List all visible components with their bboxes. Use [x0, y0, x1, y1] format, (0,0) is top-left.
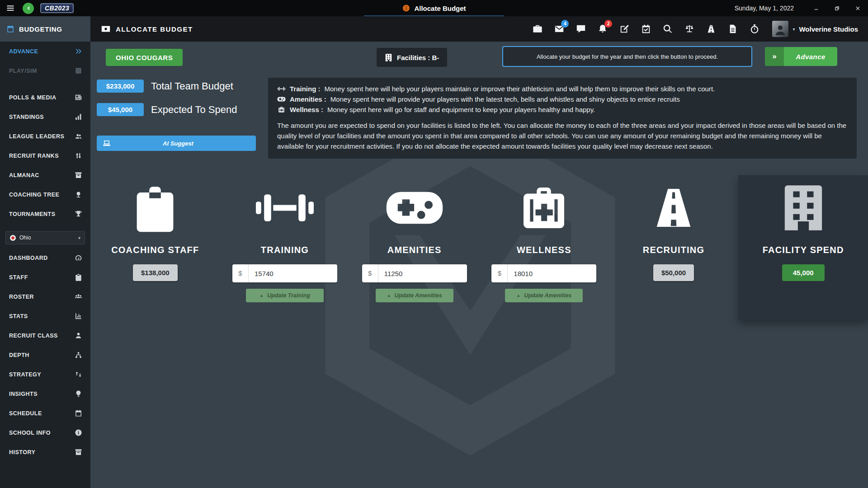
info-panel: Training : Money spent here will help yo… [268, 78, 857, 159]
tree-icon [75, 191, 82, 198]
currency-symbol: $ [232, 264, 249, 282]
category-wellness: WELLNESS $ ▲ Update Amenities [479, 175, 609, 320]
sidebar-item-schedule[interactable]: SCHEDULE [0, 404, 90, 423]
laptop-icon [102, 139, 111, 147]
sidebar-item-almanac[interactable]: ALMANAC [0, 165, 90, 185]
double-chevron-right-icon [75, 47, 82, 55]
minimize-button[interactable] [806, 0, 826, 16]
category-label: TRAINING [261, 245, 309, 255]
sidebar: BUDGETING ADVANCE PLAY/SIM POLLS & MEDIA… [0, 16, 90, 488]
briefcase-icon[interactable] [531, 23, 543, 35]
training-amount-input[interactable] [249, 270, 337, 277]
sidebar-item-league-leaders[interactable]: LEAGUE LEADERS [0, 127, 90, 146]
caret-up-icon: ▲ [516, 293, 520, 298]
mail-icon[interactable]: 4 [553, 23, 565, 35]
calendar-check-icon[interactable] [640, 23, 652, 35]
category-recruiting: RECRUITING $50,000 [609, 175, 739, 320]
main-content: OHIO COUGARS Facilities : B- Allocate yo… [90, 42, 868, 488]
info-line-training: Training : Money spent here will help yo… [277, 84, 848, 94]
notifications-bell-icon[interactable]: 2 [596, 23, 609, 35]
sidebar-item-standings[interactable]: STANDINGS [0, 107, 90, 127]
clipboard-icon [132, 183, 178, 233]
search-icon[interactable] [661, 23, 674, 35]
gamepad-icon [385, 187, 444, 229]
chevron-down-icon: ▾ [793, 27, 795, 32]
sidebar-divider [0, 80, 90, 88]
team-select[interactable]: Ohio ▾ [5, 231, 85, 244]
sidebar-item-staff[interactable]: STAFF [0, 267, 90, 287]
calendar-icon [6, 25, 14, 33]
medkit-icon [277, 106, 286, 113]
up-down-arrows-icon [75, 371, 82, 378]
maximize-button[interactable] [826, 0, 847, 16]
advance-button[interactable]: » Advance [765, 47, 837, 66]
facilities-grade-button[interactable]: Facilities : B- [377, 48, 447, 67]
chevron-down-icon: ▾ [78, 235, 80, 240]
update-wellness-button[interactable]: ▲ Update Amenities [505, 289, 583, 302]
user-menu[interactable]: ▾ Wolverine Studios [772, 21, 858, 37]
wellness-amount-input[interactable] [508, 270, 596, 277]
compose-icon[interactable] [618, 23, 630, 35]
category-label: FACILITY SPEND [763, 245, 844, 255]
toolbar: 4 2 [531, 23, 760, 35]
update-training-button[interactable]: ▲ Update Training [246, 289, 324, 302]
hamburger-menu-button[interactable] [5, 2, 16, 14]
sidebar-item-recruit-ranks[interactable]: RECRUIT RANKS [0, 146, 90, 165]
sidebar-item-play-sim[interactable]: PLAY/SIM [0, 61, 90, 80]
amenities-amount-input[interactable] [378, 270, 467, 277]
sidebar-item-dashboard[interactable]: DASHBOARD [0, 248, 90, 267]
sidebar-item-stats[interactable]: STATS [0, 306, 90, 326]
facility-spend-value: 45,000 [782, 264, 825, 281]
chart-icon [75, 312, 82, 320]
chat-icon[interactable] [575, 23, 587, 35]
back-button[interactable] [23, 3, 34, 14]
notes-icon[interactable] [726, 23, 739, 35]
users-icon [75, 293, 82, 300]
sidebar-item-school-info[interactable]: SCHOOL INFO [0, 423, 90, 442]
sidebar-item-history[interactable]: HISTORY [0, 442, 90, 462]
category-amenities: AMENITIES $ ▲ Update Amenities [349, 175, 479, 320]
building-icon [780, 182, 827, 234]
currency-symbol: $ [491, 264, 508, 282]
money-icon [100, 24, 111, 34]
sidebar-item-tournaments[interactable]: TOURNAMENTS [0, 204, 90, 224]
dumbbell-icon [255, 183, 314, 233]
sidebar-item-depth[interactable]: DEPTH [0, 345, 90, 365]
sidebar-item-advance[interactable]: ADVANCE [0, 42, 90, 61]
bar-chart-icon [75, 113, 82, 121]
expected-spend-row: $45,000 Expected To Spend [97, 103, 237, 116]
sidebar-item-coaching-tree[interactable]: COACHING TREE [0, 185, 90, 204]
instruction-message: Allocate your budget for the year and th… [502, 46, 752, 67]
amenities-input-group: $ [362, 264, 467, 282]
category-facility-spend: FACILITY SPEND 45,000 [738, 175, 868, 320]
info-paragraph: The amount you are expected to spend on … [277, 120, 848, 151]
person-icon [75, 332, 82, 339]
gauge-icon [75, 254, 82, 262]
sidebar-item-insights[interactable]: INSIGHTS [0, 384, 90, 404]
stopwatch-icon[interactable] [748, 23, 760, 35]
road-icon[interactable] [705, 23, 717, 35]
sidebar-item-strategy[interactable]: STRATEGY [0, 365, 90, 384]
team-name-button[interactable]: OHIO COUGARS [106, 49, 183, 66]
medkit-icon [519, 183, 568, 232]
newspaper-icon [75, 94, 82, 101]
arrow-left-icon [25, 5, 32, 12]
sidebar-item-roster[interactable]: ROSTER [0, 287, 90, 306]
window-titlebar: CB2023 Allocate Budget Sunday, May 1, 20… [0, 0, 868, 16]
scales-icon[interactable] [683, 23, 695, 35]
mail-badge: 4 [561, 20, 569, 28]
ai-suggest-button[interactable]: AI Suggest [97, 136, 256, 151]
window-title: Allocate Budget [414, 5, 466, 12]
calendar-icon [75, 409, 82, 417]
archive-box-icon [75, 171, 82, 179]
update-amenities-button[interactable]: ▲ Update Amenities [376, 289, 453, 302]
info-icon [75, 429, 82, 436]
close-button[interactable] [847, 0, 868, 16]
sidebar-item-polls-media[interactable]: POLLS & MEDIA [0, 88, 90, 107]
double-chevron-right-icon: » [765, 47, 784, 66]
sidebar-item-recruit-class[interactable]: RECRUIT CLASS [0, 326, 90, 345]
recruiting-value: $50,000 [653, 264, 694, 281]
basketball-icon [402, 4, 410, 12]
caret-up-icon: ▲ [387, 293, 391, 298]
sidebar-section-budgeting: BUDGETING [0, 16, 90, 42]
